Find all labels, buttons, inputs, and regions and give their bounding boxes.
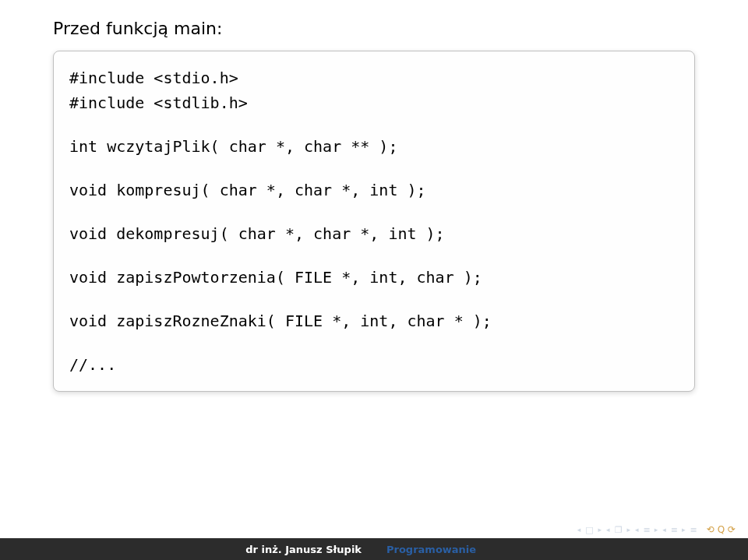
nav-next-section-icon[interactable]: ▸ bbox=[654, 526, 659, 534]
slide-heading: Przed funkcją main: bbox=[53, 19, 695, 38]
nav-prev-frame-icon[interactable]: ◂ bbox=[605, 526, 611, 534]
beamer-nav-symbols: ◂ □ ▸ ◂ ❐ ▸ ◂ ≡ ▸ ◂ ≡ ▸ ≡ ⟲ Q ⟳ bbox=[577, 523, 736, 537]
nav-section-icon[interactable]: ≡ bbox=[643, 525, 651, 535]
code-blank bbox=[69, 115, 679, 134]
code-line: void kompresuj( char *, char *, int ); bbox=[69, 178, 679, 203]
nav-slide-icon[interactable]: □ bbox=[584, 525, 594, 535]
nav-next-frame-icon[interactable]: ▸ bbox=[626, 526, 632, 534]
code-line: //... bbox=[69, 352, 679, 377]
nav-prev-subsection-icon[interactable]: ◂ bbox=[662, 526, 667, 534]
code-line: #include <stdlib.h> bbox=[69, 90, 679, 115]
code-blank bbox=[69, 203, 679, 221]
code-blank bbox=[69, 246, 679, 265]
code-box: #include <stdio.h> #include <stdlib.h> i… bbox=[53, 51, 695, 392]
code-line: void zapiszPowtorzenia( FILE *, int, cha… bbox=[69, 265, 679, 290]
slide: Przed funkcją main: #include <stdio.h> #… bbox=[0, 0, 748, 560]
code-blank bbox=[69, 333, 679, 352]
footer-bar: dr inż. Janusz Słupik Programowanie bbox=[0, 538, 748, 560]
nav-prev-slide-icon[interactable]: ◂ bbox=[577, 526, 582, 534]
code-blank bbox=[69, 290, 679, 308]
nav-back-forward-icon[interactable]: ⟲ Q ⟳ bbox=[707, 524, 736, 535]
nav-next-subsection-icon[interactable]: ▸ bbox=[681, 526, 686, 534]
nav-subsection-icon[interactable]: ≡ bbox=[670, 525, 678, 535]
code-line: void dekompresuj( char *, char *, int ); bbox=[69, 221, 679, 246]
footer-title: Programowanie bbox=[374, 538, 748, 560]
footer-author: dr inż. Janusz Słupik bbox=[0, 538, 374, 560]
nav-next-slide-icon[interactable]: ▸ bbox=[598, 526, 603, 534]
slide-content: Przed funkcją main: #include <stdio.h> #… bbox=[53, 19, 695, 392]
nav-mode-icon[interactable]: ≡ bbox=[690, 525, 697, 535]
code-line: void zapiszRozneZnaki( FILE *, int, char… bbox=[69, 308, 679, 333]
code-line: int wczytajPlik( char *, char ** ); bbox=[69, 134, 679, 159]
code-line: #include <stdio.h> bbox=[69, 65, 679, 90]
code-blank bbox=[69, 159, 679, 178]
nav-prev-section-icon[interactable]: ◂ bbox=[634, 526, 640, 534]
nav-frame-icon[interactable]: ❐ bbox=[614, 525, 623, 535]
